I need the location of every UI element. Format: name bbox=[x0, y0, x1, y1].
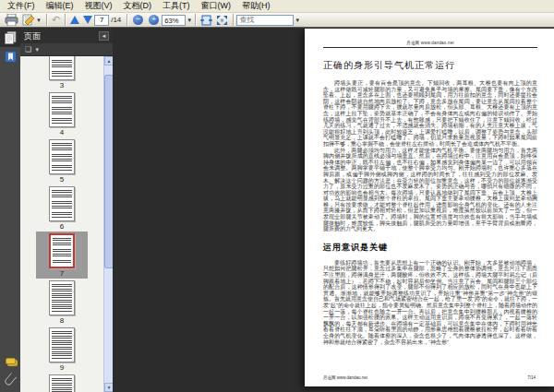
thumbnail-text-lines bbox=[52, 378, 72, 392]
toolbar-separator bbox=[46, 14, 47, 26]
toolbar-separator bbox=[233, 14, 234, 26]
pages-panel-title: 页面 bbox=[24, 30, 99, 42]
zoom-in-icon: + bbox=[149, 15, 159, 25]
thumbnail-page-number: 4 bbox=[36, 128, 88, 137]
bookmarks-icon bbox=[5, 51, 17, 63]
body-paragraphs: 蹲墙头要正，要有百会悬顶的意念。下颏回收，两耳根、大椎也要有向上顶的意念，这样做… bbox=[323, 80, 537, 232]
menu-help[interactable]: 帮助(H) bbox=[236, 0, 276, 12]
navigation-icon-strip bbox=[0, 29, 20, 392]
chevron-down-icon[interactable]: ▼ bbox=[187, 18, 192, 23]
thumbnail-image[interactable] bbox=[49, 280, 75, 315]
menu-file[interactable]: 文件(F) bbox=[2, 0, 41, 12]
scroll-up-icon[interactable]: ▲ bbox=[104, 56, 113, 65]
next-page-button[interactable] bbox=[81, 13, 94, 27]
fit-page-button[interactable] bbox=[214, 13, 230, 27]
thumbnail-text-lines bbox=[52, 331, 72, 359]
document-paragraph: 蹲墙头要正，要有百会悬顶的意念。下颏回收，两耳根、大椎也要有向上顶的意念，这样做… bbox=[323, 80, 537, 148]
menu-bar: 文件(F)编辑(E)视图(V)文档(D)工具(T)窗口(W)帮助(H) bbox=[0, 0, 554, 13]
bookmarks-panel-tab[interactable] bbox=[0, 47, 20, 65]
thumbnail-page-number: 8 bbox=[36, 316, 88, 325]
thumbnail-image[interactable] bbox=[49, 233, 75, 268]
menu-document[interactable]: 文档(D) bbox=[118, 0, 158, 12]
toolbar-separator bbox=[65, 14, 66, 26]
menu-window[interactable]: 窗口(W) bbox=[196, 0, 237, 12]
thumbnail-scrollbar[interactable]: ▲ ▼ bbox=[103, 56, 113, 392]
main-area: 页面 ◄ ❏ ▼ 345678910 ▲ ▼ 丹道网 www.dandao.ne… bbox=[0, 29, 554, 392]
pages-panel: 页面 ◄ ❏ ▼ 345678910 ▲ ▼ bbox=[20, 29, 113, 392]
thumbnail-page-number: 9 bbox=[36, 363, 88, 372]
fit-page-icon bbox=[216, 15, 228, 26]
search-input[interactable] bbox=[236, 15, 294, 26]
section-heading: 运用意识是关键 bbox=[323, 242, 537, 254]
zoom-out-button[interactable]: − bbox=[130, 13, 146, 27]
zoom-out-icon: − bbox=[133, 15, 143, 25]
page-thumbnail-9[interactable]: 9 bbox=[36, 326, 88, 373]
thumbnail-area: 345678910 ▲ ▼ bbox=[20, 56, 113, 392]
document-paragraph: 此外，两腿必须均匀用力，这样才能使体内气机平衡。要使两腿均匀用力，首先两脚内侧并… bbox=[323, 148, 537, 232]
history-back-button[interactable]: ↶ bbox=[50, 13, 62, 27]
page-thumbnail-7[interactable]: 7 bbox=[36, 232, 88, 279]
document-paragraph: 要练好蹲墙功，首先要从思想上有一个正确的认识。刚开始，大多是被动地蹲墙，只想如何… bbox=[323, 260, 537, 345]
thumbnail-page-number: 7 bbox=[36, 269, 88, 278]
page-thumbnail-10[interactable]: 10 bbox=[36, 373, 88, 392]
page-thumbnail-3[interactable]: 3 bbox=[36, 56, 88, 90]
toolbar: ▼ ↶ /14 − + 63% ▼ bbox=[0, 13, 554, 28]
page-thumbnail-5[interactable]: 5 bbox=[36, 137, 88, 184]
print-icon bbox=[5, 14, 18, 26]
zoom-level-combobox[interactable]: 63% bbox=[162, 15, 186, 26]
history-back-icon: ↶ bbox=[52, 15, 60, 25]
chevron-down-icon[interactable]: ▼ bbox=[34, 47, 40, 53]
scroll-down-icon[interactable]: ▼ bbox=[104, 383, 113, 392]
page-number-input[interactable] bbox=[94, 15, 109, 26]
pages-panel-tab[interactable] bbox=[0, 29, 20, 47]
thumbnail-text-lines bbox=[52, 284, 72, 312]
zoom-in-button[interactable]: + bbox=[146, 13, 162, 27]
thumbnail-text-lines bbox=[52, 56, 72, 77]
page-footer: 丹道网 www.dandao.net 7/14 bbox=[323, 375, 536, 380]
menu-tools[interactable]: 工具(T) bbox=[157, 0, 196, 12]
thumbnail-image[interactable] bbox=[49, 92, 75, 127]
previous-page-icon bbox=[70, 16, 79, 24]
page-thumbnail-8[interactable]: 8 bbox=[36, 279, 88, 326]
document-title: 正确的身形引导气机正常运行 bbox=[323, 59, 537, 72]
chevron-down-icon: ▼ bbox=[36, 18, 42, 23]
page-thumbnail-6[interactable]: 6 bbox=[36, 184, 88, 232]
menu-view[interactable]: 视图(V) bbox=[79, 0, 118, 12]
options-icon[interactable]: ❏ bbox=[25, 45, 31, 53]
thumbnail-list: 345678910 bbox=[20, 56, 103, 392]
page-thumbnail-4[interactable]: 4 bbox=[36, 90, 88, 137]
thumbnail-text-lines bbox=[52, 143, 72, 171]
pages-panel-header: 页面 ◄ bbox=[20, 29, 113, 43]
page-count-label: /14 bbox=[111, 16, 121, 24]
menu-edit[interactable]: 编辑(E) bbox=[41, 0, 79, 12]
toolbar-separator bbox=[195, 14, 196, 26]
comments-panel-tab[interactable] bbox=[0, 351, 20, 370]
thumbnail-image[interactable] bbox=[49, 374, 75, 392]
panel-collapse-button[interactable]: ◄ bbox=[99, 31, 109, 41]
email-icon bbox=[22, 14, 35, 26]
email-button[interactable]: ▼ bbox=[20, 13, 43, 27]
previous-page-button[interactable] bbox=[68, 13, 81, 27]
fit-width-icon bbox=[200, 15, 212, 26]
thumbnail-image[interactable] bbox=[49, 327, 75, 362]
footer-site-label: 丹道网 www.dandao.net bbox=[323, 375, 367, 380]
chevron-down-icon[interactable]: ▼ bbox=[295, 18, 300, 23]
attachments-panel-tab[interactable] bbox=[0, 370, 20, 388]
thumbnail-image[interactable] bbox=[49, 139, 75, 174]
document-view-area[interactable]: 丹道网 www.dandao.net 正确的身形引导气机正常运行 蹲墙头要正，要… bbox=[113, 29, 554, 392]
fit-width-button[interactable] bbox=[199, 13, 214, 27]
document-page: 丹道网 www.dandao.net 正确的身形引导气机正常运行 蹲墙头要正，要… bbox=[305, 29, 554, 386]
thumbnail-page-number: 5 bbox=[36, 175, 88, 184]
attachment-icon bbox=[4, 372, 17, 386]
toolbar-separator bbox=[126, 14, 127, 26]
footer-page-number: 7/14 bbox=[527, 375, 536, 380]
scrollbar-thumb[interactable] bbox=[104, 75, 113, 268]
thumbnail-text-lines bbox=[52, 96, 72, 124]
next-page-icon bbox=[83, 16, 92, 24]
thumbnail-image[interactable] bbox=[49, 56, 75, 80]
page-header-text: 丹道网 www.dandao.net bbox=[323, 41, 537, 45]
thumbnail-page-number: 6 bbox=[36, 222, 88, 231]
pages-icon bbox=[5, 31, 17, 44]
print-button[interactable] bbox=[3, 13, 20, 27]
thumbnail-image[interactable] bbox=[49, 186, 75, 221]
